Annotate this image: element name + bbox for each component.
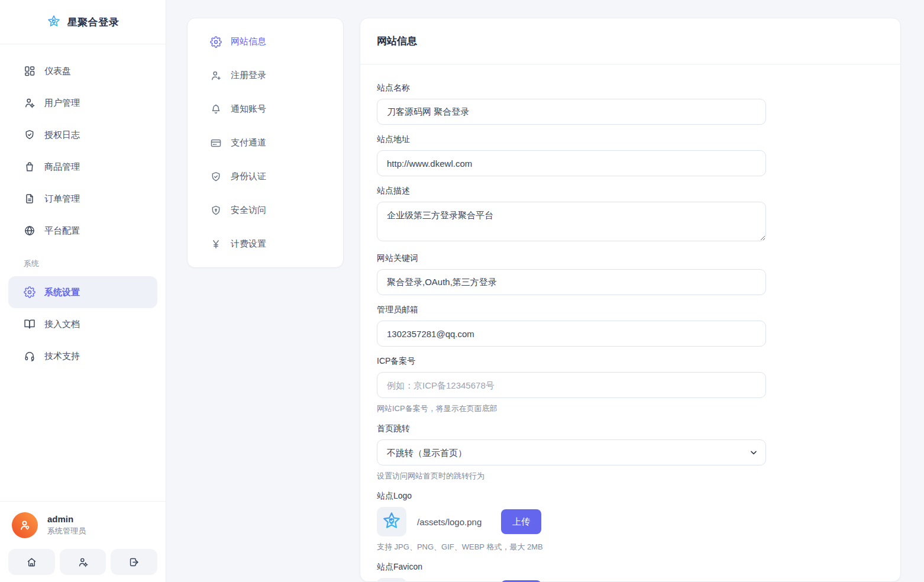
sidebar-footer: admin 系统管理员 (0, 501, 166, 582)
field-site-name: 站点名称 (377, 83, 884, 125)
home-button[interactable] (8, 549, 55, 575)
admin-email-input[interactable] (377, 321, 766, 347)
field-site-desc: 站点描述 企业级第三方登录聚合平台 (377, 186, 884, 244)
site-desc-textarea[interactable]: 企业级第三方登录聚合平台 (377, 202, 766, 241)
logout-icon (128, 557, 140, 568)
file-icon (24, 193, 35, 205)
sidebar-menu: 仪表盘 用户管理 授权日志 商品管理 订单管理 平台配置 系统 (0, 44, 166, 501)
favicon-preview (377, 578, 406, 582)
field-icp: ICP备案号 网站ICP备案号，将显示在页面底部 (377, 356, 884, 414)
field-site-url: 站点地址 (377, 134, 884, 176)
book-icon (24, 318, 35, 330)
sidebar-item-dashboard[interactable]: 仪表盘 (8, 55, 157, 87)
user-gear-icon (24, 97, 35, 109)
icp-input[interactable] (377, 372, 766, 398)
site-info-form: 站点名称 站点地址 站点描述 企业级第三方登录聚合平台 网站关键词 管理员邮箱 (360, 64, 900, 582)
site-desc-label: 站点描述 (377, 186, 884, 196)
bag-icon (24, 161, 35, 173)
shield-check-icon (210, 171, 222, 183)
logo-upload-row: /assets/logo.png 上传 (377, 507, 884, 536)
sidebar-item-users[interactable]: 用户管理 (8, 87, 157, 119)
site-name-label: 站点名称 (377, 83, 884, 93)
settings-tab-secure-access[interactable]: 安全访问 (188, 193, 343, 227)
sidebar-item-docs[interactable]: 接入文档 (8, 308, 157, 340)
logo-path: /assets/logo.png (417, 517, 493, 527)
logout-button[interactable] (111, 549, 157, 575)
sidebar-item-auth-logs[interactable]: 授权日志 (8, 119, 157, 151)
sidebar-item-products[interactable]: 商品管理 (8, 151, 157, 183)
panel-title: 网站信息 (377, 34, 884, 48)
home-redirect-hint: 设置访问网站首页时的跳转行为 (377, 471, 884, 481)
sidebar-item-label: 订单管理 (44, 193, 80, 205)
favicon-label: 站点Favicon (377, 562, 884, 573)
settings-tab-billing[interactable]: 计费设置 (188, 227, 343, 261)
yen-icon (210, 238, 222, 250)
home-redirect-label: 首页跳转 (377, 423, 884, 434)
user-gear-icon (77, 557, 89, 568)
gear-icon (210, 36, 222, 48)
sidebar: 星聚合登录 仪表盘 用户管理 授权日志 商品管理 订单管理 (0, 0, 166, 582)
settings-tab-notify-accounts[interactable]: 通知账号 (188, 92, 343, 126)
profile-button[interactable] (60, 549, 106, 575)
app-window: 星聚合登录 仪表盘 用户管理 授权日志 商品管理 订单管理 (0, 0, 924, 582)
logo-hint: 支持 JPG、PNG、GIF、WEBP 格式，最大 2MB (377, 542, 884, 552)
user-profile: admin 系统管理员 (8, 511, 157, 549)
keywords-input[interactable] (377, 269, 766, 295)
sidebar-item-label: 接入文档 (44, 319, 80, 330)
settings-tab-label: 网站信息 (231, 36, 266, 47)
settings-tab-label: 计费设置 (231, 238, 266, 250)
globe-icon (24, 225, 35, 237)
sidebar-item-orders[interactable]: 订单管理 (8, 183, 157, 215)
sidebar-item-label: 用户管理 (44, 98, 80, 109)
sidebar-section-system: 系统 (8, 247, 157, 276)
settings-nav: 网站信息 注册登录 通知账号 支付通道 身份认证 安全访问 (187, 18, 344, 268)
settings-tab-payment-channels[interactable]: 支付通道 (188, 126, 343, 160)
main-content: 网站信息 注册登录 通知账号 支付通道 身份认证 安全访问 (166, 0, 924, 582)
star-shield-logo-icon (382, 512, 402, 532)
settings-tab-label: 通知账号 (231, 104, 266, 115)
logo-label: 站点Logo (377, 491, 884, 502)
sidebar-item-support[interactable]: 技术支持 (8, 340, 157, 372)
credit-card-icon (210, 137, 222, 149)
user-plus-icon (210, 70, 222, 82)
site-info-panel: 网站信息 站点名称 站点地址 站点描述 企业级第三方登录聚合平台 网站关键词 (360, 18, 901, 582)
brand-name: 星聚合登录 (67, 15, 119, 29)
panel-header: 网站信息 (360, 18, 900, 64)
brand: 星聚合登录 (0, 0, 166, 44)
home-icon (26, 557, 37, 568)
settings-tab-label: 安全访问 (231, 205, 266, 216)
user-info: admin 系统管理员 (47, 514, 86, 536)
star-shield-logo-icon (47, 15, 61, 29)
field-logo: 站点Logo /assets/logo.png 上传 支持 JPG、PNG、GI… (377, 491, 884, 552)
user-name: admin (47, 514, 86, 524)
settings-tab-register-login[interactable]: 注册登录 (188, 59, 343, 92)
settings-tab-label: 注册登录 (231, 70, 266, 81)
user-role: 系统管理员 (47, 526, 86, 536)
field-home-redirect: 首页跳转 不跳转（显示首页） 设置访问网站首页时的跳转行为 (377, 423, 884, 481)
shield-check-icon (24, 129, 35, 141)
dashboard-icon (24, 65, 35, 77)
field-favicon: 站点Favicon 上传 (377, 562, 884, 582)
field-admin-email: 管理员邮箱 (377, 305, 884, 347)
sidebar-item-system-settings[interactable]: 系统设置 (8, 276, 157, 308)
icp-hint: 网站ICP备案号，将显示在页面底部 (377, 403, 884, 414)
sidebar-item-platforms[interactable]: 平台配置 (8, 215, 157, 247)
avatar (12, 512, 38, 538)
sidebar-item-label: 平台配置 (44, 225, 80, 237)
site-url-label: 站点地址 (377, 134, 884, 145)
bell-icon (210, 104, 222, 115)
home-redirect-select[interactable]: 不跳转（显示首页） (377, 439, 766, 465)
site-name-input[interactable] (377, 99, 766, 125)
site-url-input[interactable] (377, 150, 766, 176)
logo-preview (377, 507, 406, 536)
sidebar-item-label: 技术支持 (44, 351, 80, 362)
sidebar-item-label: 仪表盘 (44, 66, 71, 77)
settings-tab-label: 支付通道 (231, 137, 266, 148)
sidebar-item-label: 授权日志 (44, 130, 80, 141)
keywords-label: 网站关键词 (377, 253, 884, 264)
settings-tab-label: 身份认证 (231, 171, 266, 182)
settings-tab-site-info[interactable]: 网站信息 (188, 25, 343, 59)
logo-upload-button[interactable]: 上传 (501, 509, 541, 534)
shield-lock-icon (210, 205, 222, 216)
settings-tab-identity-auth[interactable]: 身份认证 (188, 160, 343, 193)
